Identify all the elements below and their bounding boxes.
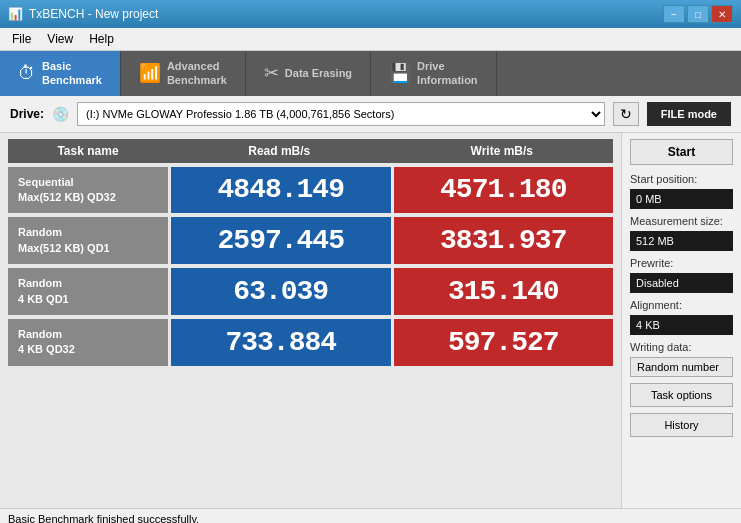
- app-title: TxBENCH - New project: [29, 7, 158, 21]
- main-area: Task name Read mB/s Write mB/s Sequentia…: [0, 133, 741, 508]
- tab-drive-information[interactable]: 💾 DriveInformation: [371, 51, 497, 96]
- col-header-write: Write mB/s: [391, 139, 614, 163]
- data-erasing-icon: ✂: [264, 62, 279, 84]
- tab-advanced-benchmark[interactable]: 📶 AdvancedBenchmark: [121, 51, 246, 96]
- row-write-sequential: 4571.180: [394, 167, 614, 214]
- benchmark-table: Task name Read mB/s Write mB/s Sequentia…: [0, 133, 621, 508]
- drive-refresh-button[interactable]: ↻: [613, 102, 639, 126]
- table-row: Random Max(512 KB) QD1 2597.445 3831.937: [8, 217, 613, 264]
- menu-bar: File View Help: [0, 28, 741, 51]
- row-write-random-max: 3831.937: [394, 217, 614, 264]
- start-position-label: Start position:: [630, 173, 733, 185]
- table-header: Task name Read mB/s Write mB/s: [8, 139, 613, 163]
- alignment-value: 4 KB: [630, 315, 733, 335]
- alignment-label: Alignment:: [630, 299, 733, 311]
- row-read-random-max: 2597.445: [171, 217, 391, 264]
- task-options-button[interactable]: Task options: [630, 383, 733, 407]
- row-label-sequential: Sequential Max(512 KB) QD32: [8, 167, 168, 214]
- row-label-random-4kb-qd1: Random 4 KB QD1: [8, 268, 168, 315]
- tab-data-erasing[interactable]: ✂ Data Erasing: [246, 51, 371, 96]
- status-bar: Basic Benchmark finished successfully.: [0, 508, 741, 523]
- drive-label: Drive:: [10, 107, 44, 121]
- maximize-button[interactable]: □: [687, 5, 709, 23]
- menu-view[interactable]: View: [39, 30, 81, 48]
- measurement-size-value: 512 MB: [630, 231, 733, 251]
- advanced-benchmark-icon: 📶: [139, 62, 161, 84]
- right-panel: Start Start position: 0 MB Measurement s…: [621, 133, 741, 508]
- prewrite-value: Disabled: [630, 273, 733, 293]
- drive-bar: Drive: 💿 (I:) NVMe GLOWAY Professio 1.86…: [0, 96, 741, 133]
- row-write-random-4kb-qd32: 597.527: [394, 319, 614, 366]
- status-text: Basic Benchmark finished successfully.: [8, 513, 199, 523]
- col-header-task: Task name: [8, 139, 168, 163]
- drive-icon: 💿: [52, 106, 69, 122]
- drive-select[interactable]: (I:) NVMe GLOWAY Professio 1.86 TB (4,00…: [77, 102, 605, 126]
- file-mode-button[interactable]: FILE mode: [647, 102, 731, 126]
- row-write-random-4kb-qd1: 315.140: [394, 268, 614, 315]
- history-button[interactable]: History: [630, 413, 733, 437]
- title-bar-left: 📊 TxBENCH - New project: [8, 7, 158, 21]
- table-row: Random 4 KB QD32 733.884 597.527: [8, 319, 613, 366]
- row-read-random-4kb-qd32: 733.884: [171, 319, 391, 366]
- table-row: Sequential Max(512 KB) QD32 4848.149 457…: [8, 167, 613, 214]
- row-label-random-max: Random Max(512 KB) QD1: [8, 217, 168, 264]
- data-erasing-label: Data Erasing: [285, 66, 352, 80]
- col-header-read: Read mB/s: [168, 139, 391, 163]
- minimize-button[interactable]: −: [663, 5, 685, 23]
- writing-data-value: Random number: [630, 357, 733, 377]
- row-read-sequential: 4848.149: [171, 167, 391, 214]
- tab-basic-benchmark[interactable]: ⏱ BasicBenchmark: [0, 51, 121, 96]
- close-button[interactable]: ✕: [711, 5, 733, 23]
- drive-information-icon: 💾: [389, 62, 411, 84]
- drive-information-label: DriveInformation: [417, 59, 478, 88]
- toolbar: ⏱ BasicBenchmark 📶 AdvancedBenchmark ✂ D…: [0, 51, 741, 96]
- menu-help[interactable]: Help: [81, 30, 122, 48]
- basic-benchmark-icon: ⏱: [18, 63, 36, 84]
- basic-benchmark-label: BasicBenchmark: [42, 59, 102, 88]
- title-bar: 📊 TxBENCH - New project − □ ✕: [0, 0, 741, 28]
- measurement-size-label: Measurement size:: [630, 215, 733, 227]
- table-row: Random 4 KB QD1 63.039 315.140: [8, 268, 613, 315]
- row-read-random-4kb-qd1: 63.039: [171, 268, 391, 315]
- start-button[interactable]: Start: [630, 139, 733, 165]
- row-label-random-4kb-qd32: Random 4 KB QD32: [8, 319, 168, 366]
- writing-data-label: Writing data:: [630, 341, 733, 353]
- start-position-value: 0 MB: [630, 189, 733, 209]
- menu-file[interactable]: File: [4, 30, 39, 48]
- prewrite-label: Prewrite:: [630, 257, 733, 269]
- title-bar-controls: − □ ✕: [663, 5, 733, 23]
- app-icon: 📊: [8, 7, 23, 21]
- advanced-benchmark-label: AdvancedBenchmark: [167, 59, 227, 88]
